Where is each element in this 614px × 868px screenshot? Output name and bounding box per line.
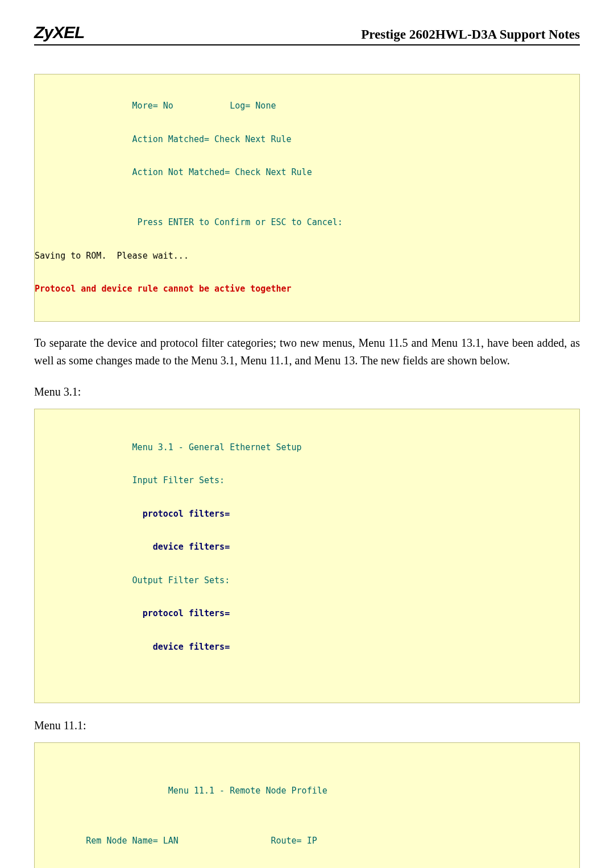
code-block-2: Menu 3.1 - General Ethernet Setup Input …	[34, 409, 580, 703]
code-line: Rem Node Name= LAN Route= IP	[35, 833, 579, 849]
code-line: Press ENTER to Confirm or ESC to Cancel:	[35, 214, 579, 231]
menu-label-11-1: Menu 11.1:	[34, 719, 580, 732]
document-title: Prestige 2602HWL-D3A Support Notes	[361, 27, 580, 42]
code-block-3: Menu 11.1 - Remote Node Profile Rem Node…	[34, 742, 580, 869]
logo: ZyXEL	[34, 23, 84, 42]
code-line: Action Matched= Check Next Rule	[35, 131, 579, 148]
code-line: Active= Yes Bridge= No	[35, 866, 579, 868]
code-line-bold: protocol filters=	[35, 506, 579, 522]
code-line: Action Not Matched= Check Next Rule	[35, 164, 579, 181]
paragraph: To separate the device and protocol filt…	[34, 334, 580, 369]
code-line: More= No Log= None	[35, 98, 579, 114]
code-block-1: More= No Log= None Action Matched= Check…	[34, 74, 580, 322]
code-line-bold: protocol filters=	[35, 605, 579, 622]
code-line: Saving to ROM. Please wait...	[35, 248, 579, 264]
code-line: Menu 3.1 - General Ethernet Setup	[35, 439, 579, 456]
code-line-bold: device filters=	[35, 539, 579, 555]
menu-label-3-1: Menu 3.1:	[34, 385, 580, 398]
code-line: Output Filter Sets:	[35, 572, 579, 589]
code-line-error: Protocol and device rule cannot be activ…	[35, 281, 579, 297]
code-line: Menu 11.1 - Remote Node Profile	[35, 783, 579, 799]
page-header: ZyXEL Prestige 2602HWL-D3A Support Notes	[34, 23, 580, 45]
code-line-bold: device filters=	[35, 639, 579, 655]
code-line: Input Filter Sets:	[35, 472, 579, 489]
